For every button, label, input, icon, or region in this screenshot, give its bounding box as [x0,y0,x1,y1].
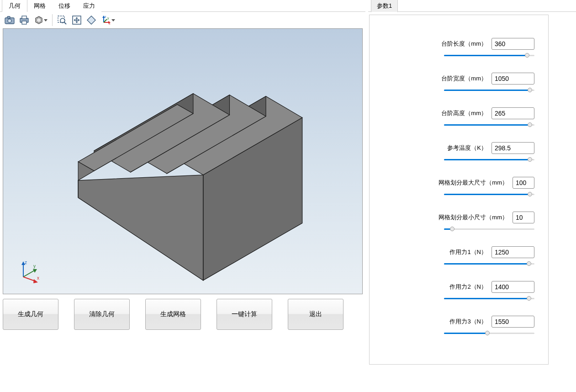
param-slider[interactable] [444,88,534,93]
param-input[interactable] [491,73,534,85]
param-input[interactable] [491,281,534,293]
svg-rect-4 [22,16,26,19]
param-label: 作用力3（N） [449,318,487,326]
param-slider[interactable] [444,53,534,58]
param-label: 作用力2（N） [449,283,487,291]
separator [52,14,53,26]
svg-point-2 [8,19,11,23]
svg-text:x: x [37,275,39,281]
param-label: 参考温度（K） [447,144,487,152]
param-row: 台阶宽度（mm） [383,73,534,93]
svg-text:y: y [33,264,36,269]
tab-mesh[interactable]: 网格 [27,0,52,12]
tab-geometry[interactable]: 几何 [2,0,27,12]
svg-text:y: y [107,16,109,20]
axes-icon[interactable]: z y x [99,13,116,27]
param-label: 台阶宽度（mm） [441,74,487,83]
3d-viewport[interactable]: z y x [3,28,363,294]
param-row: 参考温度（K） [383,142,534,162]
tab-stress[interactable]: 应力 [77,0,101,12]
generate-mesh-button[interactable]: 生成网格 [145,299,201,330]
svg-line-17 [104,19,107,22]
svg-text:x: x [109,22,111,25]
param-row: 网格划分最大尺寸（mm） [383,177,534,197]
param-slider[interactable] [444,331,534,336]
param-row: 作用力1（N） [383,246,534,266]
param-row: 台阶长度（mm） [383,38,534,58]
param-input[interactable] [513,177,534,189]
axis-triad: z y x [17,260,42,285]
compute-button[interactable]: 一键计算 [217,299,272,330]
param-row: 作用力2（N） [383,281,534,301]
param-slider[interactable] [444,192,534,197]
param-slider[interactable] [444,297,534,301]
xy-plane-icon[interactable] [85,13,98,27]
param-label: 台阶高度（mm） [441,109,487,117]
param-input[interactable] [513,212,534,223]
svg-rect-1 [7,16,10,18]
svg-text:z: z [105,15,106,18]
param-label: 作用力1（N） [449,248,487,256]
params-tabs: 参数1 [368,0,576,12]
param-row: 作用力3（N） [383,316,534,336]
parameters-panel: 台阶长度（mm）台阶宽度（mm）台阶高度（mm）参考温度（K）网格划分最大尺寸（… [369,15,549,365]
hexagon-icon[interactable] [32,13,49,27]
svg-line-10 [64,22,67,25]
tab-displacement[interactable]: 位移 [52,0,77,12]
param-input[interactable] [491,38,534,50]
param-slider[interactable] [444,227,534,232]
svg-marker-12 [87,16,95,24]
clear-geometry-button[interactable]: 清除几何 [74,299,130,330]
chevron-down-icon [44,19,48,21]
param-slider[interactable] [444,158,534,162]
chevron-down-icon [111,19,115,21]
param-input[interactable] [491,107,534,119]
svg-rect-5 [22,21,26,24]
tab-params1[interactable]: 参数1 [371,0,398,12]
param-row: 台阶高度（mm） [383,107,534,127]
param-label: 网格划分最大尺寸（mm） [439,179,508,187]
param-slider[interactable] [444,123,534,127]
fit-view-icon[interactable] [70,13,84,27]
param-label: 网格划分最小尺寸（mm） [439,213,508,222]
param-row: 网格划分最小尺寸（mm） [383,212,534,232]
generate-geometry-button[interactable]: 生成几何 [3,299,58,330]
svg-text:z: z [25,260,27,265]
zoom-area-icon[interactable] [55,13,69,27]
print-icon[interactable] [17,13,31,27]
param-label: 台阶长度（mm） [441,40,487,48]
toolbar: z y x [0,12,365,28]
view-tabs: 几何 网格 位移 应力 [0,0,365,12]
param-slider[interactable] [444,262,534,266]
svg-rect-8 [58,16,64,22]
param-input[interactable] [491,142,534,154]
action-buttons: 生成几何 清除几何 生成网格 一键计算 退出 [0,294,365,330]
svg-line-63 [23,270,35,277]
camera-icon[interactable] [3,13,16,27]
param-input[interactable] [491,246,534,258]
param-input[interactable] [491,316,534,328]
exit-button[interactable]: 退出 [288,299,343,330]
3d-model [3,29,362,294]
